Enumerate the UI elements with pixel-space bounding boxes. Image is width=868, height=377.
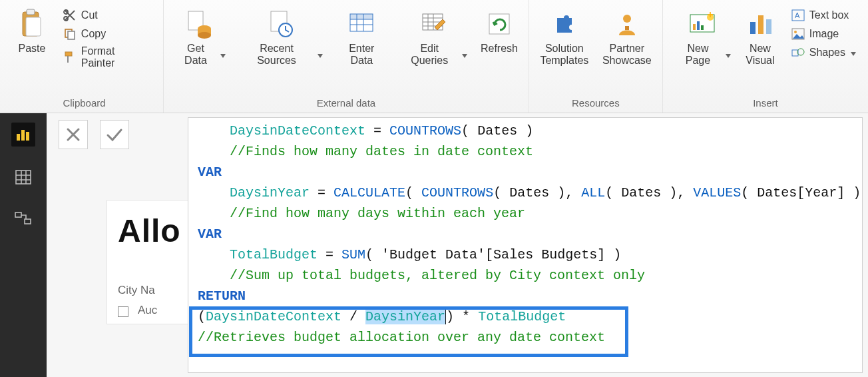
get-data-button[interactable]: Get Data: [169, 4, 231, 70]
svg-rect-23: [701, 25, 704, 30]
new-visual-icon: [744, 7, 776, 41]
svg-rect-26: [758, 15, 763, 34]
svg-rect-36: [26, 132, 29, 141]
edit-queries-button[interactable]: Edit Queries: [395, 4, 473, 70]
svg-rect-17: [489, 14, 509, 34]
svg-rect-22: [697, 21, 700, 30]
ribbon-group-clipboard: Paste Cut Copy: [5, 0, 164, 113]
nav-model-icon[interactable]: [11, 208, 35, 232]
group-label-insert: Insert: [753, 97, 778, 111]
svg-rect-15: [350, 14, 373, 19]
text-box-label: Text box: [809, 9, 849, 21]
recent-sources-label: Recent Sources: [239, 43, 314, 67]
copy-icon: [63, 27, 77, 41]
text-box-icon: A: [791, 8, 805, 23]
enter-data-button[interactable]: Enter Data: [331, 4, 392, 70]
group-label-resources: Resources: [572, 97, 620, 111]
enter-data-icon: [345, 7, 377, 41]
cut-label: Cut: [81, 9, 98, 21]
field-item: Auc: [138, 304, 157, 317]
edit-queries-icon: [418, 7, 450, 41]
cancel-formula-button[interactable]: [59, 120, 88, 149]
paintbrush-icon: [63, 50, 77, 65]
formula-editor[interactable]: DaysinDateContext = COUNTROWS( Dates ) /…: [188, 117, 863, 373]
svg-rect-1: [27, 9, 35, 15]
new-page-button[interactable]: New Page: [668, 4, 736, 70]
chevron-down-icon: [316, 49, 323, 61]
get-data-label: Get Data: [174, 43, 217, 67]
solution-templates-button[interactable]: SolutionTemplates: [535, 4, 594, 70]
ribbon: Paste Cut Copy: [0, 0, 868, 113]
formula-bar-buttons: [59, 120, 129, 149]
field-name-label: City Na: [118, 284, 155, 297]
nav-report-icon[interactable]: [11, 123, 35, 147]
text-box-button[interactable]: A Text box: [787, 7, 860, 24]
svg-rect-38: [15, 212, 21, 217]
svg-rect-19: [625, 26, 629, 30]
person-icon: [611, 7, 643, 41]
checkbox[interactable]: [118, 306, 128, 317]
new-page-label: New Page: [674, 43, 722, 67]
shapes-button[interactable]: Shapes: [787, 44, 860, 61]
svg-rect-6: [68, 31, 75, 39]
image-label: Image: [809, 28, 839, 40]
copy-button[interactable]: Copy: [59, 25, 155, 43]
svg-rect-32: [792, 50, 798, 56]
ribbon-group-external-data: Get Data Recent Sources Enter Data Edit …: [164, 0, 529, 113]
chevron-down-icon: [219, 49, 226, 61]
svg-rect-2: [26, 17, 41, 36]
check-icon: [106, 127, 123, 143]
chevron-down-icon: [461, 49, 467, 61]
ribbon-group-insert: New Page NewVisual A Text box: [663, 0, 868, 113]
commit-formula-button[interactable]: [100, 120, 129, 149]
svg-point-11: [198, 32, 211, 39]
main-area: Allo City Na Auc DaysinDateContext = COU…: [0, 113, 868, 377]
cut-button[interactable]: Cut: [59, 7, 155, 24]
text-cursor: [445, 310, 446, 324]
paste-label: Paste: [18, 43, 45, 55]
group-label-external: External data: [317, 97, 375, 111]
format-painter-label: Format Painter: [81, 45, 151, 69]
image-button[interactable]: Image: [787, 25, 860, 43]
partner-showcase-button[interactable]: PartnerShowcase: [597, 4, 657, 70]
edit-queries-label: Edit Queries: [400, 43, 459, 67]
new-visual-button[interactable]: NewVisual: [739, 4, 781, 70]
svg-point-18: [623, 15, 631, 23]
nav-data-icon[interactable]: [11, 165, 35, 189]
chevron-down-icon: [849, 47, 856, 59]
shapes-icon: [791, 45, 805, 60]
scissors-icon: [63, 8, 77, 23]
refresh-button[interactable]: Refresh: [475, 4, 523, 57]
svg-rect-37: [16, 171, 31, 184]
svg-rect-21: [693, 24, 696, 30]
svg-point-31: [794, 31, 797, 33]
image-icon: [791, 27, 805, 41]
get-data-icon: [184, 7, 216, 41]
refresh-label: Refresh: [481, 43, 518, 55]
svg-rect-25: [750, 22, 756, 34]
chevron-down-icon: [724, 49, 731, 61]
shapes-label: Shapes: [809, 47, 845, 59]
partner-showcase-label: PartnerShowcase: [602, 43, 652, 67]
svg-text:A: A: [795, 11, 800, 19]
paste-button[interactable]: Paste: [11, 4, 53, 57]
canvas: Allo City Na Auc DaysinDateContext = COU…: [47, 113, 868, 377]
svg-rect-39: [25, 219, 31, 224]
recent-sources-button[interactable]: Recent Sources: [234, 4, 328, 70]
clipboard-icon: [16, 7, 48, 41]
new-visual-label: NewVisual: [746, 43, 774, 67]
svg-rect-27: [766, 19, 771, 34]
group-label-clipboard: Clipboard: [63, 97, 105, 111]
left-nav: [0, 113, 47, 377]
new-page-icon: [686, 7, 718, 41]
solution-templates-label: SolutionTemplates: [540, 43, 588, 67]
format-painter-button[interactable]: Format Painter: [59, 44, 155, 71]
enter-data-label: Enter Data: [336, 43, 387, 67]
copy-label: Copy: [81, 28, 106, 40]
recent-sources-icon: [265, 7, 297, 41]
ribbon-group-resources: SolutionTemplates PartnerShowcase Resour…: [529, 0, 663, 113]
svg-rect-7: [65, 52, 72, 56]
svg-rect-35: [21, 130, 25, 141]
svg-rect-34: [17, 134, 20, 141]
refresh-icon: [483, 7, 515, 41]
